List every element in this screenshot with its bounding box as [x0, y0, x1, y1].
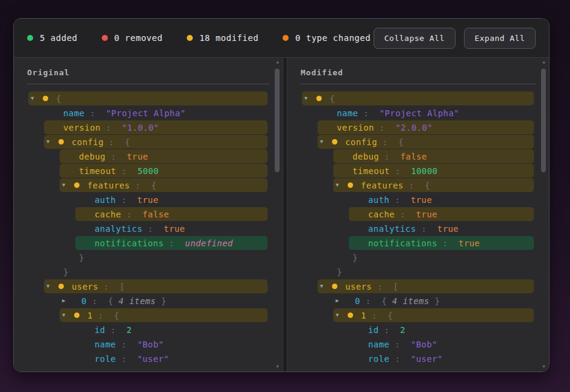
- row-content: }: [337, 268, 342, 276]
- original-panel: Original ▼{name : "Project Alpha"version…: [14, 58, 283, 372]
- tree-row: cache : true: [349, 207, 534, 221]
- json-punct: :: [377, 137, 398, 147]
- json-keymod: 1: [361, 311, 366, 320]
- scrollbar-thumb[interactable]: [275, 69, 280, 172]
- expand-toggle-icon[interactable]: ▶: [336, 298, 348, 303]
- collapse-toggle-icon[interactable]: ▼: [31, 96, 43, 101]
- json-string: "1.0.0": [122, 123, 159, 132]
- tree-row-expandable[interactable]: ▼1 : {: [333, 308, 534, 322]
- tree-row: cache : false: [75, 207, 268, 221]
- tree-row: notifications : undefined: [75, 236, 268, 250]
- scroll-down-icon[interactable]: ▼: [274, 365, 281, 369]
- legend-added: 5 added: [27, 33, 78, 43]
- row-content: config : {: [345, 138, 404, 146]
- tree-row-expandable[interactable]: ▼1 : {: [60, 308, 268, 322]
- modified-dot-icon: [348, 313, 353, 318]
- legend-type-changed: 0 type changed: [283, 33, 371, 43]
- json-punct: :: [98, 282, 119, 291]
- json-key: name: [368, 340, 389, 349]
- tree-row: debug : false: [333, 149, 534, 163]
- json-meta: 4 items: [113, 296, 161, 306]
- json-punct: {: [381, 296, 387, 306]
- tree-row-expandable[interactable]: ▶0 : { 4 items }: [333, 294, 534, 308]
- diff-summary-header: 5 added 0 removed 18 modified 0 type cha…: [14, 19, 549, 58]
- json-keymod: timeout: [352, 166, 390, 176]
- row-content: users : [: [72, 282, 125, 291]
- json-keymod: features: [361, 181, 404, 190]
- modified-dot-icon: [74, 313, 80, 318]
- title-divider: [301, 84, 536, 84]
- json-punct: :: [379, 152, 400, 161]
- tree-row-expandable[interactable]: ▼config : {: [318, 135, 534, 149]
- json-punct: }: [161, 296, 166, 306]
- tree-row-expandable[interactable]: ▼{: [302, 92, 534, 105]
- original-scrollbar[interactable]: ▲ ▼: [274, 59, 281, 370]
- collapse-all-button[interactable]: Collapse All: [374, 28, 456, 49]
- tree-row-expandable[interactable]: ▼users : [: [318, 279, 534, 293]
- row-content: 1 : {: [361, 311, 393, 320]
- tree-row: auth : true: [75, 193, 268, 207]
- modified-scrollbar[interactable]: ▲ ▼: [540, 59, 547, 370]
- tree-row-expandable[interactable]: ▼features : {: [333, 178, 534, 192]
- legend-removed: 0 removed: [102, 33, 163, 43]
- tree-row: role : "user": [349, 352, 534, 366]
- modified-dot-icon: [58, 139, 64, 145]
- json-punct: :: [389, 340, 410, 349]
- json-keymod: debug: [79, 152, 105, 161]
- tree-row: analytics : true: [75, 222, 268, 235]
- json-punct: [: [393, 282, 398, 291]
- collapse-toggle-icon[interactable]: ▼: [320, 284, 332, 289]
- modified-dot-icon: [187, 35, 193, 41]
- expand-toggle-icon[interactable]: ▶: [62, 298, 74, 303]
- removed-dot-icon: [102, 35, 108, 41]
- json-keymod: version: [63, 123, 101, 132]
- json-num: 5000: [137, 166, 158, 176]
- collapse-toggle-icon[interactable]: ▼: [336, 313, 348, 318]
- json-string: "Project Alpha": [106, 108, 186, 118]
- json-num: 2: [127, 325, 132, 335]
- added-dot-icon: [27, 35, 33, 41]
- collapse-toggle-icon[interactable]: ▼: [336, 182, 348, 188]
- tree-row-expandable[interactable]: ▼config : {: [44, 135, 268, 149]
- json-punct: :: [164, 238, 185, 248]
- json-keyadd: notifications: [368, 238, 437, 248]
- json-key: name: [63, 108, 84, 118]
- json-punct: :: [87, 296, 108, 306]
- collapse-toggle-icon[interactable]: ▼: [320, 139, 332, 145]
- json-punct: :: [389, 354, 410, 364]
- row-content: 0 : { 4 items }: [355, 297, 440, 305]
- collapse-toggle-icon[interactable]: ▼: [62, 313, 74, 318]
- collapse-toggle-icon[interactable]: ▼: [46, 284, 58, 289]
- row-content: }: [352, 254, 358, 262]
- scroll-up-icon[interactable]: ▲: [274, 60, 281, 64]
- scrollbar-thumb[interactable]: [541, 69, 546, 172]
- tree-row-expandable[interactable]: ▶0 : { 4 items }: [60, 294, 268, 308]
- json-undef: undefined: [185, 238, 233, 248]
- modified-dot-icon: [43, 96, 48, 101]
- scroll-down-icon[interactable]: ▼: [540, 365, 547, 369]
- collapse-toggle-icon[interactable]: ▼: [46, 139, 58, 145]
- tree-row-expandable[interactable]: ▼users : [: [44, 279, 268, 293]
- tree-row: timeout : 5000: [60, 164, 268, 178]
- json-punct: :: [416, 224, 437, 234]
- json-punct: :: [389, 195, 410, 205]
- json-string: "Project Alpha": [380, 108, 459, 118]
- json-punct: :: [358, 108, 379, 118]
- json-key: id: [95, 325, 105, 335]
- collapse-toggle-icon[interactable]: ▼: [304, 96, 316, 101]
- json-punct: :: [142, 224, 163, 234]
- tree-row-expandable[interactable]: ▼{: [28, 92, 268, 105]
- json-punct: :: [105, 152, 127, 161]
- json-punct: :: [372, 282, 393, 291]
- json-bool: true: [164, 224, 185, 234]
- scroll-up-icon[interactable]: ▲: [540, 60, 547, 64]
- tree-row: }: [44, 265, 268, 279]
- json-key: 0: [355, 296, 360, 306]
- modified-panel: Modified ▼{name : "Project Alpha"version…: [287, 58, 549, 372]
- expand-all-button[interactable]: Expand All: [464, 28, 536, 49]
- row-content: timeout : 5000: [79, 167, 158, 175]
- tree-row-expandable[interactable]: ▼features : {: [60, 178, 268, 192]
- json-bool: false: [142, 210, 169, 219]
- json-punct: {: [387, 311, 393, 320]
- collapse-toggle-icon[interactable]: ▼: [62, 182, 74, 188]
